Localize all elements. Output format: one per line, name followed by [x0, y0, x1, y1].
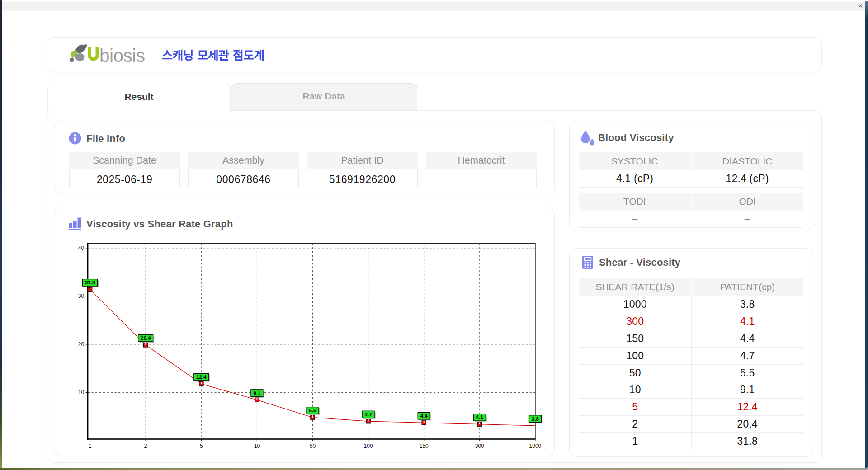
svg-text:10: 10 [254, 443, 260, 449]
svg-text:300: 300 [475, 443, 484, 449]
svg-text:30: 30 [78, 293, 85, 299]
svg-text:biosis: biosis [99, 45, 145, 66]
svg-text:2: 2 [144, 443, 147, 449]
svg-text:5.5: 5.5 [309, 408, 317, 413]
svg-text:9.1: 9.1 [253, 390, 261, 396]
svg-text:5: 5 [200, 443, 203, 449]
svg-text:1: 1 [89, 443, 92, 449]
svg-text:31.8: 31.8 [85, 280, 95, 285]
svg-text:20.4: 20.4 [141, 335, 151, 341]
svg-text:40: 40 [78, 245, 85, 251]
svg-text:4.1: 4.1 [476, 414, 484, 420]
svg-text:50: 50 [310, 443, 316, 449]
svg-text:150: 150 [420, 443, 429, 449]
svg-text:4.4: 4.4 [420, 413, 428, 418]
svg-text:1000: 1000 [529, 443, 542, 449]
svg-text:3.8: 3.8 [532, 416, 539, 422]
svg-text:12.4: 12.4 [196, 374, 207, 380]
svg-text:100: 100 [364, 443, 373, 449]
svg-text:20: 20 [78, 341, 85, 348]
svg-text:10: 10 [78, 389, 85, 395]
svg-text:4.7: 4.7 [365, 412, 372, 417]
